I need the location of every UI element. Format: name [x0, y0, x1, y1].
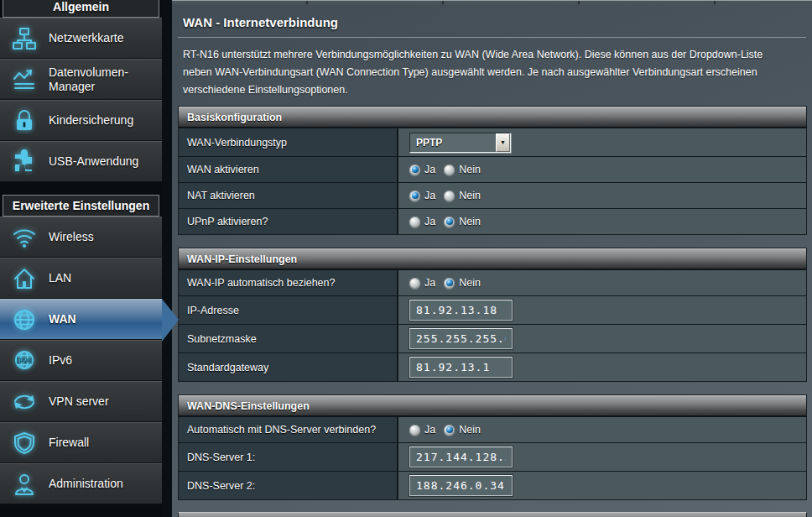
sidebar-item-label: USB-Anwendung	[49, 154, 143, 169]
row-label: IP-Adresse	[179, 296, 398, 324]
dns-server-1-input[interactable]	[409, 446, 513, 467]
traffic-chart-icon	[0, 66, 49, 93]
wan-ip-auto-radio-nein[interactable]	[444, 278, 455, 289]
sidebar-item-label: Datenvolumen-Manager	[49, 65, 162, 94]
row-value: JaNein	[398, 270, 806, 295]
radio-option-label: Ja	[424, 190, 435, 201]
settings-row: UPnP aktivieren?JaNein	[179, 208, 806, 234]
wan-enable-radio-nein[interactable]	[444, 164, 455, 175]
settings-sections: BasiskonfigurationWAN-VerbindungstypPPTP…	[172, 106, 812, 500]
wan-ip-auto-radio-ja[interactable]	[409, 278, 420, 289]
sidebar-section-gap	[0, 182, 162, 195]
selected-option-label: PPTP	[410, 133, 496, 152]
wifi-icon	[0, 224, 49, 251]
sidebar-item-ipv6[interactable]: IPv6IPv6	[0, 340, 162, 381]
sidebar-item-usb-application[interactable]: USB-Anwendung	[0, 141, 162, 182]
row-value: PPTP▼	[398, 128, 806, 156]
row-label: NAT aktivieren	[179, 183, 398, 208]
radio-option-label: Ja	[424, 277, 435, 289]
radio-option-label: Nein	[459, 190, 481, 201]
settings-row: WAN-VerbindungstypPPTP▼	[179, 128, 806, 156]
sidebar-item-parental-control[interactable]: Kindersicherung	[0, 100, 162, 141]
sidebar-item-wan[interactable]: WAN	[0, 299, 162, 340]
upnp-enable-radio-ja[interactable]	[409, 217, 420, 227]
row-value	[398, 325, 806, 352]
dns-auto-radio-nein[interactable]	[444, 425, 455, 436]
radio-option-label: Nein	[459, 164, 481, 175]
page-description: RT-N16 unterstützt mehrere Verbindungsmö…	[172, 38, 793, 106]
upnp-enable-radio-nein[interactable]	[444, 217, 455, 227]
nat-enable-radio-ja[interactable]	[409, 191, 420, 201]
settings-row: WAN aktivierenJaNein	[179, 156, 806, 182]
row-label: Subnetzmaske	[179, 325, 398, 352]
row-label: DNS-Server 1:	[179, 443, 398, 471]
dns-auto-radio-ja[interactable]	[409, 425, 420, 436]
shield-icon	[0, 430, 49, 457]
nat-enable-radio-nein[interactable]	[444, 191, 455, 201]
sidebar-item-label: Netzwerkkarte	[49, 31, 128, 45]
sidebar-item-label: Administration	[49, 477, 128, 491]
settings-row: Standardgateway	[179, 352, 806, 381]
dropdown-arrow-icon[interactable]: ▼	[496, 133, 510, 152]
row-label: DNS-Server 2:	[179, 472, 398, 499]
row-label: WAN-IP automatisch beziehen?	[179, 270, 398, 295]
dns-server-2-input[interactable]	[409, 475, 513, 496]
sidebar-item-label: IPv6	[49, 353, 77, 368]
network-map-icon	[0, 25, 49, 52]
sidebar-item-firewall[interactable]: Firewall	[0, 422, 162, 463]
settings-row: WAN-IP automatisch beziehen?JaNein	[179, 269, 806, 295]
sidebar-item-label: Firewall	[49, 436, 94, 450]
globe-icon	[0, 306, 49, 333]
default-gateway-input[interactable]	[409, 357, 513, 378]
sidebar-item-administration[interactable]: Administration	[0, 463, 162, 504]
user-icon	[0, 471, 49, 498]
lock-icon	[0, 107, 49, 134]
sidebar-item-wireless[interactable]: Wireless	[0, 217, 162, 258]
sidebar-section-header: Allgemein	[3, 0, 159, 18]
sidebar-item-label: Wireless	[49, 230, 99, 244]
router-admin-page: AllgemeinNetzwerkkarteDatenvolumen-Manag…	[0, 0, 812, 517]
wan-connection-type-select[interactable]: PPTP▼	[409, 133, 511, 153]
radio-option-label: Nein	[459, 424, 481, 436]
settings-row: Automatisch mit DNS-Server verbinden?JaN…	[179, 416, 806, 442]
settings-row: NAT aktivierenJaNein	[179, 182, 806, 208]
sidebar-item-network-map[interactable]: Netzwerkkarte	[0, 18, 162, 59]
radio-option-label: Nein	[459, 277, 481, 289]
sidebar-item-label: VPN server	[49, 394, 114, 409]
sidebar-item-label: WAN	[49, 312, 81, 326]
section-header: WAN-DNS-Einstellungen	[179, 395, 806, 416]
radio-option-label: Nein	[459, 216, 481, 227]
sidebar: AllgemeinNetzwerkkarteDatenvolumen-Manag…	[0, 0, 162, 517]
radio-option-label: Ja	[424, 216, 435, 227]
section-header: WAN-IP-Einstellungen	[179, 248, 806, 269]
row-value	[398, 472, 806, 499]
wan-enable-radio-ja[interactable]	[409, 164, 420, 175]
svg-text:IPv6: IPv6	[17, 357, 33, 365]
sidebar-item-lan[interactable]: LAN	[0, 258, 162, 299]
row-label: WAN aktivieren	[179, 157, 398, 182]
sidebar-item-label: LAN	[49, 271, 76, 285]
subnet-mask-input[interactable]	[409, 328, 513, 349]
settings-section: WAN-IP-EinstellungenWAN-IP automatisch b…	[178, 248, 807, 382]
row-value: JaNein	[398, 183, 806, 208]
sidebar-item-vpn-server[interactable]: VPN server	[0, 381, 162, 422]
settings-row: Subnetzmaske	[179, 324, 806, 352]
content-panel: WAN - Internetverbindung RT-N16 unterstü…	[172, 0, 812, 517]
row-label: WAN-Verbindungstyp	[179, 128, 398, 156]
row-value	[398, 353, 806, 381]
ip-address-input[interactable]	[409, 300, 513, 321]
vpn-arrows-icon	[0, 389, 49, 415]
settings-row: IP-Adresse	[179, 295, 806, 324]
row-label: Automatisch mit DNS-Server verbinden?	[179, 417, 398, 442]
section-header: Basiskonfiguration	[179, 107, 806, 128]
radio-option-label: Ja	[424, 164, 435, 175]
home-icon	[0, 265, 49, 292]
radio-option-label: Ja	[424, 424, 435, 436]
sidebar-item-traffic-manager[interactable]: Datenvolumen-Manager	[0, 59, 162, 100]
row-value: JaNein	[398, 417, 806, 442]
page-title: WAN - Internetverbindung	[172, 4, 812, 37]
ipv6-globe-icon: IPv6	[0, 347, 49, 374]
settings-section: BasiskonfigurationWAN-VerbindungstypPPTP…	[178, 106, 807, 235]
settings-section: WAN-DNS-EinstellungenAutomatisch mit DNS…	[178, 394, 807, 500]
row-label: UPnP aktivieren?	[179, 209, 398, 234]
